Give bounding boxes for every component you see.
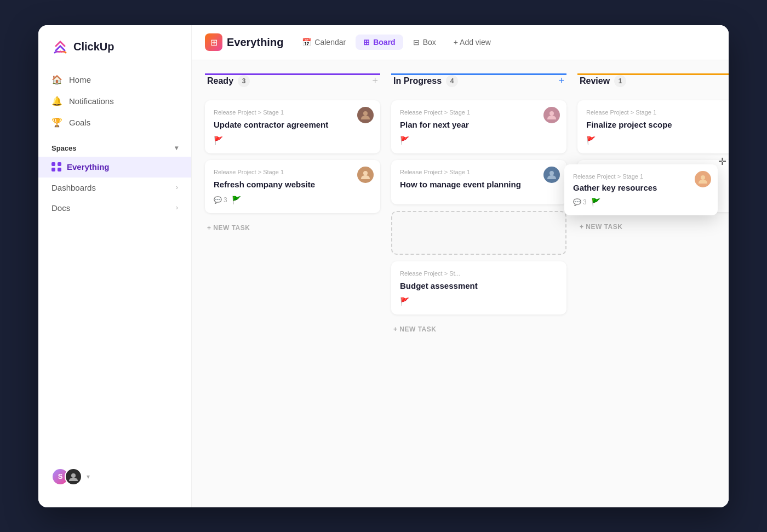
column-ready: Ready 3 + Release Project > Stage 1 Upda… (205, 73, 380, 494)
box-icon: ⊟ (413, 38, 420, 47)
logo-icon (51, 38, 69, 56)
tab-board[interactable]: ⊞ Board (356, 35, 403, 50)
column-review: Review 1 + Release Project > Stage 1 Fin… (577, 73, 729, 494)
add-view-button[interactable]: + Add view (446, 35, 499, 50)
task-footer: 🚩 (586, 136, 729, 145)
dashboards-arrow-icon: › (176, 184, 178, 191)
svg-point-2 (363, 171, 368, 175)
sidebar-footer: S ▾ (38, 459, 191, 494)
task-footer: 🚩 (400, 136, 558, 145)
svg-point-4 (550, 171, 554, 175)
spaces-section-title: Spaces ▾ (38, 133, 191, 157)
comment-count: 💬 3 (214, 196, 227, 204)
floating-card-meta: Release Project > Stage 1 (573, 173, 709, 180)
flag-orange-icon: 🚩 (214, 136, 223, 145)
drop-zone (391, 211, 566, 255)
flag-green-icon: 🚩 (232, 196, 241, 204)
home-icon: 🏠 (51, 75, 62, 85)
bell-icon: 🔔 (51, 96, 62, 106)
sidebar-item-everything[interactable]: Everything (38, 157, 191, 178)
task-meta: Release Project > Stage 1 (214, 169, 371, 175)
docs-label: Docs (51, 203, 70, 213)
app-window: ClickUp 🏠 Home 🔔 Notifications 🏆 Goals S… (38, 25, 729, 507)
task-footer: 💬 3 🚩 (214, 196, 371, 204)
view-icon: ⊞ (205, 33, 222, 51)
task-meta: Release Project > Stage 1 (400, 109, 558, 116)
sidebar-label-goals: Goals (69, 118, 90, 127)
task-title: Plan for next year (400, 119, 558, 130)
sidebar-label-home: Home (69, 75, 91, 84)
comment-icon: 💬 (214, 196, 222, 204)
new-task-button-review[interactable]: + NEW TASK (577, 219, 729, 235)
column-header-in-progress: In Progress 4 + (391, 73, 566, 94)
task-title: Refresh company website (214, 179, 371, 190)
new-task-button-ready[interactable]: + NEW TASK (205, 220, 380, 236)
calendar-icon: 📅 (302, 38, 311, 47)
task-title: Finalize project scope (586, 119, 729, 130)
floating-card-title: Gather key resources (573, 183, 709, 192)
svg-point-0 (71, 473, 76, 478)
sidebar-item-dashboards[interactable]: Dashboards › (38, 178, 191, 198)
column-count-in-progress: 4 (446, 75, 458, 87)
sidebar-item-goals[interactable]: 🏆 Goals (38, 112, 191, 133)
top-bar: ⊞ Everything 📅 Calendar ⊞ Board ⊟ Box + … (192, 25, 729, 60)
new-task-button-in-progress[interactable]: + NEW TASK (391, 321, 566, 337)
task-title: Update contractor agreement (214, 119, 371, 130)
task-avatar (357, 107, 374, 123)
task-avatar (357, 167, 374, 183)
task-meta: Release Project > Stage 1 (586, 109, 729, 116)
board-icon: ⊞ (363, 38, 370, 47)
sidebar-item-notifications[interactable]: 🔔 Notifications (38, 90, 191, 112)
column-count-ready: 3 (238, 75, 250, 87)
task-avatar (543, 107, 560, 123)
task-footer: 🚩 (214, 136, 371, 145)
tab-box[interactable]: ⊟ Box (405, 35, 444, 50)
avatar-dark (65, 468, 82, 485)
sidebar-label-notifications: Notifications (69, 96, 114, 106)
task-card[interactable]: Release Project > Stage 1 Plan for next … (391, 100, 566, 153)
task-avatar (543, 167, 560, 183)
column-title-in-progress: In Progress (393, 76, 442, 86)
task-footer: 🚩 (400, 297, 558, 306)
everything-icon (51, 162, 61, 172)
logo-area: ClickUp (38, 38, 191, 69)
user-avatars: S (51, 468, 82, 485)
column-header-review: Review 1 + (577, 73, 729, 94)
flag-red-icon: 🚩 (586, 136, 596, 145)
column-title-ready: Ready (207, 76, 233, 86)
footer-chevron-icon[interactable]: ▾ (87, 473, 90, 480)
page-title: Everything (227, 36, 283, 49)
tab-calendar[interactable]: 📅 Calendar (294, 35, 353, 50)
column-count-review: 1 (614, 75, 626, 87)
column-in-progress: In Progress 4 + Release Project > Stage … (391, 73, 566, 494)
task-meta: Release Project > Stage 1 (214, 109, 371, 116)
floating-flag-icon: 🚩 (591, 198, 600, 207)
column-add-in-progress[interactable]: + (558, 75, 564, 87)
floating-comment-count: 💬 3 (573, 198, 587, 206)
column-header-ready: Ready 3 + (205, 73, 380, 94)
floating-card[interactable]: ✛ Release Project > Stage 1 Gather key r… (564, 164, 718, 215)
board-area: Ready 3 + Release Project > Stage 1 Upda… (192, 60, 729, 507)
sidebar-item-home[interactable]: 🏠 Home (38, 69, 191, 90)
task-card[interactable]: Release Project > St... Budget assessmen… (391, 261, 566, 314)
column-title-review: Review (580, 76, 610, 86)
task-card[interactable]: Release Project > Stage 1 Update contrac… (205, 100, 380, 153)
main-content: ⊞ Everything 📅 Calendar ⊞ Board ⊟ Box + … (192, 25, 729, 507)
task-card[interactable]: Release Project > Stage 1 Refresh compan… (205, 160, 380, 213)
move-cursor-icon: ✛ (718, 156, 726, 168)
view-tabs: 📅 Calendar ⊞ Board ⊟ Box + Add view (294, 35, 499, 50)
floating-card-avatar (695, 171, 711, 187)
task-meta: Release Project > St... (400, 270, 558, 277)
flag-red-icon: 🚩 (400, 136, 409, 145)
task-card[interactable]: Release Project > Stage 1 How to manage … (391, 160, 566, 204)
trophy-icon: 🏆 (51, 117, 62, 128)
sidebar-item-docs[interactable]: Docs › (38, 198, 191, 218)
task-card[interactable]: Release Project > Stage 1 Finalize proje… (577, 100, 729, 153)
task-title: Budget assessment (400, 280, 558, 291)
task-meta: Release Project > Stage 1 (400, 169, 558, 175)
floating-card-footer: 💬 3 🚩 (573, 198, 709, 207)
sidebar-label-everything: Everything (67, 162, 110, 171)
spaces-chevron-icon[interactable]: ▾ (175, 144, 178, 152)
svg-point-1 (363, 111, 368, 116)
column-add-ready[interactable]: + (372, 75, 378, 87)
